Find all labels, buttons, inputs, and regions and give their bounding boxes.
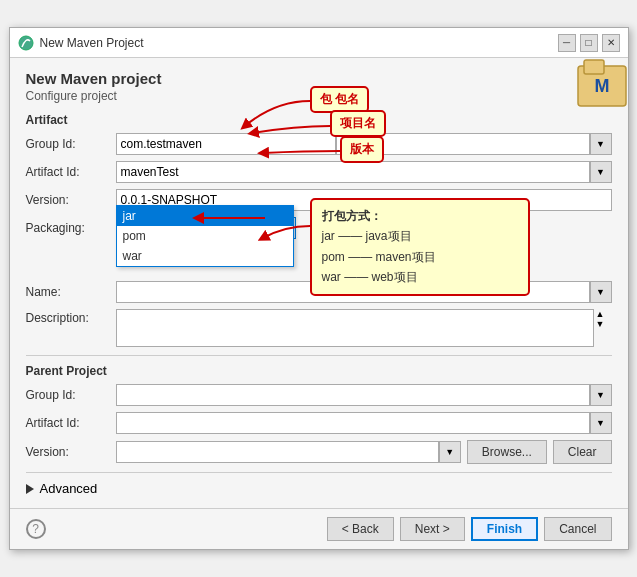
parent-group-id-row: Group Id: ▼ (26, 384, 612, 406)
packaging-info-pom: pom —— maven项目 (322, 247, 518, 267)
artifact-id-input[interactable] (116, 161, 590, 183)
description-input[interactable] (116, 309, 594, 347)
annotation-xiangmuming-bubble: 项目名 (330, 110, 386, 137)
artifact-id-dropdown-btn[interactable]: ▼ (590, 161, 612, 183)
annotation-baomin-bubble: 包 包名 (310, 86, 369, 113)
advanced-expand-icon (26, 484, 34, 494)
parent-group-id-dropdown-btn[interactable]: ▼ (590, 384, 612, 406)
next-button[interactable]: Next > (400, 517, 465, 541)
titlebar: New Maven Project ─ □ ✕ (10, 28, 628, 58)
annotation-xiangmuming: 项目名 (330, 110, 386, 137)
annotation-baomin: 包 包名 (310, 86, 369, 113)
cancel-button[interactable]: Cancel (544, 517, 611, 541)
parent-artifact-id-label: Artifact Id: (26, 416, 116, 430)
maximize-button[interactable]: □ (580, 34, 598, 52)
group-id-dropdown-btn[interactable]: ▼ (590, 133, 612, 155)
maven-logo: M (576, 58, 628, 110)
minimize-button[interactable]: ─ (558, 34, 576, 52)
page-title: New Maven project (26, 70, 612, 87)
description-row: Description: ▲ ▼ (26, 309, 612, 347)
bottom-nav: < Back Next > Finish Cancel (327, 517, 612, 541)
browse-button[interactable]: Browse... (467, 440, 547, 464)
annotation-packaging-bubble: 打包方式： jar —— java项目 pom —— maven项目 war —… (310, 198, 530, 296)
parent-version-dropdown-btn[interactable]: ▼ (439, 441, 461, 463)
packaging-info-title: 打包方式： (322, 206, 518, 226)
name-dropdown-btn[interactable]: ▼ (590, 281, 612, 303)
advanced-row[interactable]: Advanced (26, 481, 612, 496)
annotation-banben: 版本 (340, 136, 384, 163)
description-scrollbar[interactable]: ▲ ▼ (596, 309, 612, 329)
artifact-id-label: Artifact Id: (26, 165, 116, 179)
annotation-banben-arrow (255, 141, 345, 166)
parent-artifact-id-dropdown-btn[interactable]: ▼ (590, 412, 612, 434)
svg-text:M: M (594, 76, 609, 96)
parent-group-id-label: Group Id: (26, 388, 116, 402)
group-id-label: Group Id: (26, 137, 116, 151)
svg-point-0 (19, 36, 33, 50)
advanced-label: Advanced (40, 481, 98, 496)
annotation-banben-bubble: 版本 (340, 136, 384, 163)
version-label: Version: (26, 193, 116, 207)
close-button[interactable]: ✕ (602, 34, 620, 52)
parent-artifact-id-row: Artifact Id: ▼ (26, 412, 612, 434)
packaging-info-jar: jar —— java项目 (322, 226, 518, 246)
window-title: New Maven Project (40, 36, 558, 50)
divider-1 (26, 355, 612, 356)
annotation-packaging-arrow (255, 218, 315, 258)
back-button[interactable]: < Back (327, 517, 394, 541)
divider-2 (26, 472, 612, 473)
description-label: Description: (26, 309, 116, 325)
window-icon (18, 35, 34, 51)
help-button[interactable]: ? (26, 519, 46, 539)
parent-version-input[interactable] (116, 441, 439, 463)
parent-version-row: Version: ▼ Browse... Clear (26, 440, 612, 464)
bottom-bar: ? < Back Next > Finish Cancel (10, 508, 628, 549)
finish-button[interactable]: Finish (471, 517, 538, 541)
packaging-label: Packaging: (26, 221, 116, 235)
svg-rect-2 (584, 60, 604, 74)
annotation-packaging-info: 打包方式： jar —— java项目 pom —— maven项目 war —… (310, 198, 530, 296)
parent-section-header: Parent Project (26, 364, 612, 378)
name-label: Name: (26, 285, 116, 299)
packaging-info-war: war —— web项目 (322, 267, 518, 287)
parent-artifact-id-input[interactable] (116, 412, 590, 434)
window-controls: ─ □ ✕ (558, 34, 620, 52)
clear-button[interactable]: Clear (553, 440, 612, 464)
parent-version-label: Version: (26, 445, 116, 459)
parent-group-id-input[interactable] (116, 384, 590, 406)
